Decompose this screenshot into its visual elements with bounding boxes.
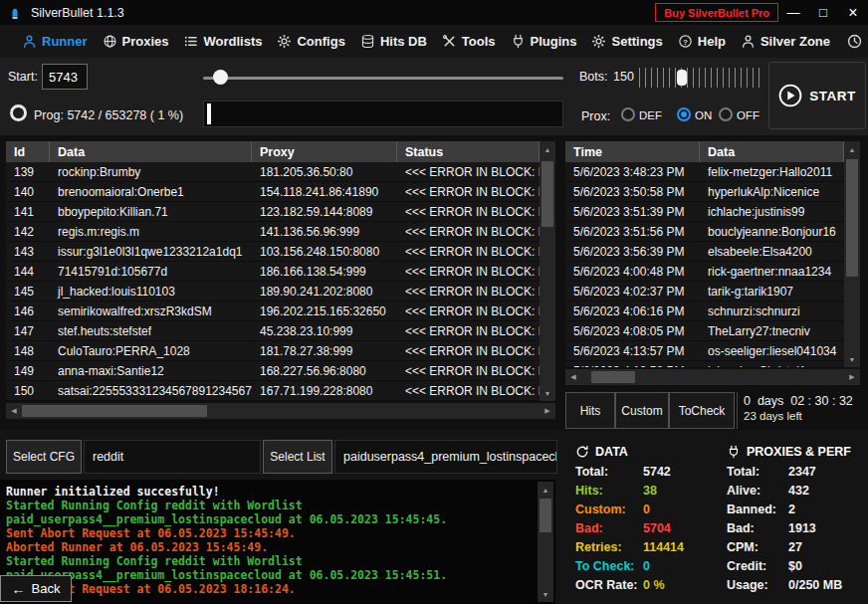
hit-row[interactable]: 5/6/2023 4:02:37 PM tarik-g:tarik1907 <box>565 282 860 302</box>
start-button[interactable]: START <box>768 62 866 129</box>
config-name-field[interactable] <box>84 440 261 474</box>
stat-value: 0 % <box>643 578 665 592</box>
hits-vertical-scrollbar[interactable]: ▲ ▼ <box>844 141 860 367</box>
scroll-up-arrow[interactable]: ▲ <box>538 483 553 497</box>
scrollbar-thumb[interactable] <box>540 499 551 532</box>
scrollbar-thumb[interactable] <box>591 371 635 383</box>
stat-label: Usage: <box>727 578 788 592</box>
stat-value: 432 <box>788 484 809 498</box>
scroll-down-arrow[interactable]: ▼ <box>540 386 555 400</box>
prox-radio-off-label[interactable]: OFF <box>737 109 760 121</box>
runner-icon <box>22 34 37 49</box>
nav-help[interactable]: ? Help <box>678 34 726 49</box>
nav-wordlists[interactable]: Wordlists <box>183 34 262 49</box>
prox-label: Prox: <box>581 109 610 123</box>
col-header-proxy[interactable]: Proxy <box>252 141 397 162</box>
prox-radio-on[interactable] <box>677 107 691 121</box>
result-row[interactable]: 144 71415791d:105677d 186.166.138.54:999… <box>6 262 555 282</box>
result-row[interactable]: 150 satsai:2255533312345678912345675 167… <box>6 381 555 401</box>
select-list-button[interactable]: Select List <box>263 440 332 474</box>
select-cfg-button[interactable]: Select CFG <box>6 440 82 474</box>
results-vertical-scrollbar[interactable]: ▲ ▼ <box>540 141 555 401</box>
start-position-slider[interactable] <box>203 70 563 86</box>
nav-hits-db[interactable]: Hits DB <box>360 34 427 49</box>
result-row[interactable]: 148 CuloTauro:PERRA_1028 181.78.27.38:99… <box>6 341 555 361</box>
cell-time: 5/6/2023 3:51:56 PM <box>565 225 700 239</box>
nav-proxies[interactable]: Proxies <box>103 34 169 49</box>
result-row[interactable]: 142 regis.m:regis.m 141.136.56.96:999 <<… <box>6 222 555 242</box>
col-header-time[interactable]: Time <box>565 141 700 162</box>
result-row[interactable]: 143 issur:g3l1e0l3l1qwe1233212a1dq1 103.… <box>6 242 555 262</box>
hit-row[interactable]: 5/6/2023 4:00:48 PM rick-gaertner:nnaa12… <box>565 262 860 282</box>
prox-radio-def[interactable] <box>621 107 635 121</box>
scrollbar-thumb[interactable] <box>22 405 207 417</box>
result-row[interactable]: 139 rockinp:Brumby 181.205.36.50:80 <<< … <box>6 162 555 182</box>
minimize-button[interactable]: — <box>778 0 808 25</box>
nav-configs[interactable]: Configs <box>277 34 344 49</box>
prox-radio-on-label[interactable]: ON <box>695 109 712 121</box>
tools-icon <box>442 34 457 49</box>
result-row[interactable]: 140 brenoomaioral:Onerbe1 154.118.241.86… <box>6 182 555 202</box>
log-line: Aborted Runner at 06.05.2023 15:45:49. <box>6 540 549 554</box>
history-icon[interactable] <box>845 33 863 51</box>
nav-tools[interactable]: Tools <box>442 34 496 49</box>
tab-tocheck[interactable]: ToCheck <box>669 392 735 429</box>
close-button[interactable]: × <box>838 0 868 25</box>
prog-value: 5742 / 653278 ( 1 %) <box>67 108 183 122</box>
tab-hits[interactable]: Hits <box>565 392 615 429</box>
tab-custom[interactable]: Custom <box>615 392 669 429</box>
hit-row[interactable]: 5/6/2023 3:48:23 PM felix-metzger:Hallo2… <box>565 162 860 182</box>
scrollbar-thumb[interactable] <box>542 161 553 227</box>
nav-runner[interactable]: Runner <box>22 34 88 49</box>
hit-row[interactable]: 5/6/2023 4:13:57 PM os-seeliger:liesel04… <box>565 341 860 361</box>
hit-row[interactable]: 5/6/2023 4:06:16 PM schnurzi:schnurzi <box>565 302 860 321</box>
col-header-status[interactable]: Status <box>397 141 540 162</box>
result-row[interactable]: 147 stef.heuts:stefstef 45.238.23.10:999… <box>6 321 555 341</box>
hit-row[interactable]: 5/6/2023 3:50:58 PM hyperlukAlp:Nicenice <box>565 182 860 202</box>
log-vertical-scrollbar[interactable]: ▲ ▼ <box>538 482 553 602</box>
hit-row[interactable]: 5/6/2023 3:51:56 PM bouclyjeanne:Bonjour… <box>565 222 860 242</box>
cell-id: 148 <box>6 344 50 358</box>
results-horizontal-scrollbar[interactable]: ◀ ▶ <box>6 403 555 419</box>
scroll-right-arrow[interactable]: ▶ <box>845 369 859 385</box>
hit-row[interactable]: 5/6/2023 3:56:39 PM elsabeele:Elsa4200 <box>565 242 860 262</box>
scroll-left-arrow[interactable]: ◀ <box>566 369 580 385</box>
scrollbar-thumb[interactable] <box>846 159 858 277</box>
result-row[interactable]: 149 anna-maxi:Santie12 168.227.56.96:808… <box>6 361 555 381</box>
nav-silver-zone[interactable]: Silver Zone <box>741 34 830 49</box>
hits-horizontal-scrollbar[interactable]: ◀ ▶ <box>565 369 860 385</box>
result-row[interactable]: 141 bboypepito:Killian.71 123.182.59.144… <box>6 202 555 222</box>
hit-row[interactable]: 5/6/2023 4:08:05 PM TheLarry27:tnecniv <box>565 321 860 341</box>
scroll-right-arrow[interactable]: ▶ <box>541 403 554 419</box>
scroll-left-arrow[interactable]: ◀ <box>7 403 21 419</box>
buy-pro-button[interactable]: Buy SilverBullet Pro <box>655 3 778 22</box>
scroll-up-arrow[interactable]: ▲ <box>540 142 555 156</box>
cell-id: 146 <box>6 304 50 318</box>
result-row[interactable]: 146 semirikowalfred:xrszR3kdSM 196.202.2… <box>6 302 555 321</box>
app-logo-icon <box>7 5 23 21</box>
slider-handle[interactable] <box>213 70 228 85</box>
wordlist-name-field[interactable] <box>334 440 557 474</box>
slider-handle[interactable] <box>677 70 687 86</box>
maximize-button[interactable]: □ <box>808 0 838 25</box>
col-header-data[interactable]: Data <box>700 141 844 162</box>
scroll-down-arrow[interactable]: ▼ <box>844 352 860 366</box>
nav-plugins[interactable]: Plugins <box>511 34 577 49</box>
results-table-body: 139 rockinp:Brumby 181.205.36.50:80 <<< … <box>6 162 555 401</box>
start-input[interactable] <box>42 64 88 90</box>
hit-row[interactable]: 5/6/2023 4:19:58 PM lukas-loo:Christel1 <box>565 361 860 367</box>
stat-label: Custom: <box>575 503 643 516</box>
back-button[interactable]: ← Back <box>0 575 72 602</box>
scroll-down-arrow[interactable]: ▼ <box>538 587 553 601</box>
bots-slider[interactable] <box>639 66 764 90</box>
nav-settings[interactable]: Settings <box>591 34 662 49</box>
prox-radio-off[interactable] <box>719 107 733 121</box>
nav-label: Tools <box>462 34 496 49</box>
col-header-id[interactable]: Id <box>6 141 50 162</box>
col-header-data[interactable]: Data <box>50 141 252 162</box>
stat-value: 2347 <box>788 465 816 479</box>
scroll-up-arrow[interactable]: ▲ <box>844 142 860 156</box>
prox-radio-def-label[interactable]: DEF <box>639 109 662 121</box>
result-row[interactable]: 145 jl_hacked:louis110103 189.90.241.202… <box>6 282 555 302</box>
hit-row[interactable]: 5/6/2023 3:51:39 PM ichlache:justinis99 <box>565 202 860 222</box>
